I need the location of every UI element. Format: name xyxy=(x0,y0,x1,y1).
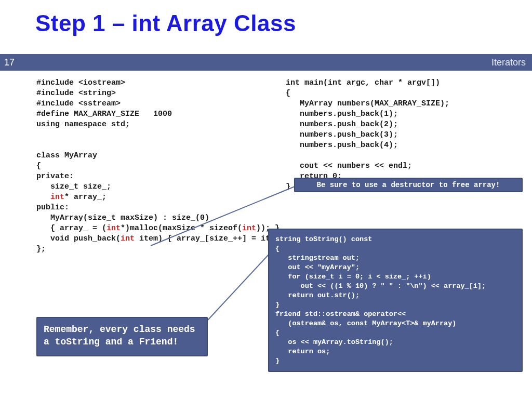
code-line: { array_ = (int*)malloc(maxSize * sizeof… xyxy=(36,223,296,234)
callout-tostring: string toString() const { stringstream o… xyxy=(268,229,523,372)
code-line: public: xyxy=(36,203,296,213)
header-label: Iterators xyxy=(491,54,526,71)
header-bar xyxy=(0,54,532,71)
callout-remember: Remember, every class needs a toString a… xyxy=(36,317,208,356)
slide: Step 1 – int Array Class 17 Iterators #i… xyxy=(0,0,532,399)
code-block-right: int main(int argc, char * argv[]){ MyArr… xyxy=(286,78,514,192)
code-line xyxy=(286,151,514,161)
code-line: }; xyxy=(36,244,296,255)
code-line: { xyxy=(286,88,514,99)
svg-line-1 xyxy=(208,247,275,320)
code-line: void push_back(int item) { array_[size_+… xyxy=(36,234,296,244)
code-line xyxy=(36,130,296,140)
code-line: cout << numbers << endl; xyxy=(286,161,514,171)
code-line: numbers.push_back(4); xyxy=(286,140,514,151)
code-line: #include <sstream> xyxy=(36,99,296,109)
code-line: using namespace std; xyxy=(36,119,296,130)
code-line: size_t size_; xyxy=(36,182,296,192)
page-number-badge: 17 xyxy=(0,54,19,71)
code-line: numbers.push_back(3); xyxy=(286,130,514,140)
code-line: int main(int argc, char * argv[]) xyxy=(286,78,514,88)
code-line: class MyArray xyxy=(36,151,296,161)
code-line: #define MAX_ARRAY_SIZE 1000 xyxy=(36,109,296,119)
code-line: int* array_; xyxy=(36,192,296,203)
code-line: #include <string> xyxy=(36,88,296,99)
code-line: numbers.push_back(2); xyxy=(286,119,514,130)
code-line: { xyxy=(36,161,296,171)
code-line: numbers.push_back(1); xyxy=(286,109,514,119)
slide-title: Step 1 – int Array Class xyxy=(35,10,296,36)
code-block-left: #include <iostream>#include <string>#inc… xyxy=(36,78,296,255)
code-line xyxy=(36,140,296,151)
code-line: #include <iostream> xyxy=(36,78,296,88)
code-line: MyArray(size_t maxSize) : size_(0) xyxy=(36,213,296,223)
code-line: private: xyxy=(36,171,296,182)
code-line: MyArray numbers(MAX_ARRAY_SIZE); xyxy=(286,99,514,109)
callout-destructor: Be sure to use a destructor to free arra… xyxy=(294,178,523,192)
